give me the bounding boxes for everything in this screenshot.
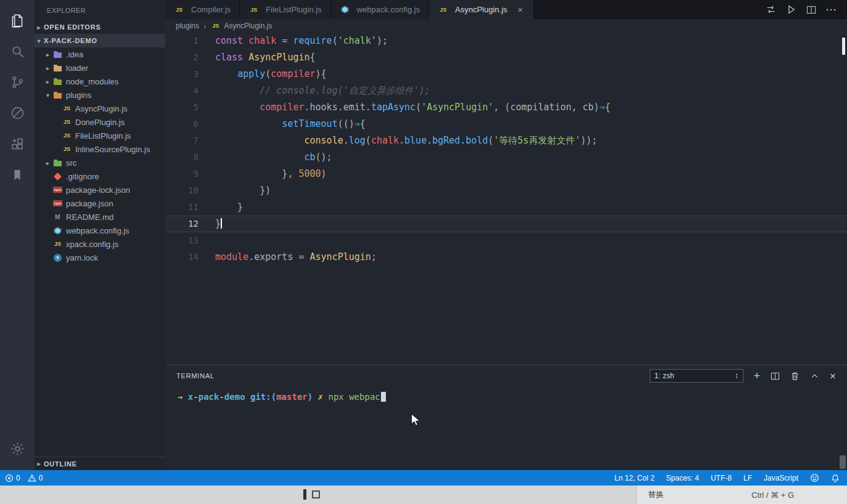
code-line-11[interactable]: 11 } <box>165 199 847 216</box>
tree-item-package-lock-json[interactable]: npmpackage-lock.json <box>35 183 165 197</box>
tree-item-asyncplugin-js[interactable]: JSAsyncPlugin.js <box>35 102 165 115</box>
editor-group: JSCompiler.jsJSFileListPlugin.jswebpack.… <box>165 0 847 470</box>
code-line-5[interactable]: 5 compiler.hooks.emit.tapAsync('AsyncPlu… <box>165 99 847 116</box>
activity-explorer-icon[interactable] <box>2 6 32 35</box>
open-editors-header[interactable]: ▸ OPEN EDITORS <box>35 20 165 34</box>
code-line-14[interactable]: 14module.exports = AsyncPlugin; <box>165 249 847 266</box>
status-indentation[interactable]: Spaces: 4 <box>666 474 699 482</box>
terminal-prompt-segment: x-pack-demo <box>188 392 250 402</box>
new-terminal-icon[interactable]: + <box>754 370 761 381</box>
folder-icon <box>52 63 63 73</box>
status-eol[interactable]: LF <box>743 474 752 482</box>
code-line-6[interactable]: 6 setTimeout(()⇒{ <box>165 116 847 132</box>
kill-terminal-icon[interactable] <box>790 372 800 381</box>
terminal-scrollbar-thumb[interactable] <box>840 455 846 469</box>
terminal-prompt-line: → x-pack-demo git:(master) ✗ npx webpac <box>178 391 847 404</box>
code-line-13[interactable]: 13 <box>165 232 847 249</box>
tree-item-label: README.md <box>66 213 113 222</box>
code-line-2[interactable]: 2class AsyncPlugin{ <box>165 49 847 66</box>
line-number: 14 <box>165 249 198 266</box>
outline-header[interactable]: ▸ OUTLINE <box>35 457 165 470</box>
code-line-12[interactable]: 12} <box>165 216 847 232</box>
code-line-7[interactable]: 7 console.log(chalk.blue.bgRed.bold('等待5… <box>165 132 847 149</box>
tab-filelistplugin-js[interactable]: JSFileListPlugin.js <box>240 0 330 19</box>
tree-item-loader[interactable]: ▸loader <box>35 61 165 75</box>
tree-item-src[interactable]: ▸src <box>35 156 165 169</box>
tree-item-readme-md[interactable]: MREADME.md <box>35 210 165 224</box>
split-terminal-icon[interactable] <box>771 372 780 381</box>
terminal-output[interactable]: → x-pack-demo git:(master) ✗ npx webpac <box>165 386 847 404</box>
code-lines: 1const chalk = require('chalk');2class A… <box>165 33 847 266</box>
tab-label: webpack.config.js <box>357 5 420 14</box>
activity-settings-icon[interactable] <box>2 434 32 463</box>
folder-nm-icon <box>52 76 63 86</box>
status-warnings[interactable]: 0 <box>28 474 43 482</box>
split-editor-icon[interactable] <box>806 5 816 15</box>
code-line-4[interactable]: 4 // console.log('自定义异步组件'); <box>165 83 847 99</box>
tree-item-webpack-config-js[interactable]: webpack.config.js <box>35 224 165 237</box>
compare-changes-icon[interactable] <box>766 4 776 15</box>
activity-bookmarks-icon[interactable] <box>2 160 32 189</box>
terminal-prompt-segment: npx webpac <box>328 392 380 402</box>
status-language-mode[interactable]: JavaScript <box>764 474 798 482</box>
tab-bar: JSCompiler.jsJSFileListPlugin.jswebpack.… <box>165 0 847 19</box>
tree-item-xpack-config-js[interactable]: JSxpack.config.js <box>35 237 165 251</box>
line-content: cb(); <box>198 149 332 166</box>
folder-src-icon <box>52 158 63 168</box>
tab-asyncplugin-js[interactable]: JSAsyncPlugin.js× <box>429 0 534 19</box>
folder-idea-icon <box>52 49 63 59</box>
status-notifications[interactable] <box>831 474 840 482</box>
line-content: }) <box>198 182 271 199</box>
tree-item-yarn-lock[interactable]: Yyarn.lock <box>35 251 165 264</box>
activity-extensions-icon[interactable] <box>2 129 32 158</box>
code-line-10[interactable]: 10 }) <box>165 182 847 199</box>
tree-item-gitignore[interactable]: .gitignore <box>35 169 165 183</box>
status-errors[interactable]: 0 <box>5 474 20 482</box>
close-tab-icon[interactable]: × <box>516 4 525 15</box>
breadcrumb-item-asyncplugin-js[interactable]: JSAsyncPlugin.js <box>210 21 272 31</box>
code-line-1[interactable]: 1const chalk = require('chalk'); <box>165 33 847 49</box>
terminal-panel: TERMINAL 1: zsh ▲▼ +× → x-pack-demo git:… <box>165 365 847 470</box>
tab-webpack-config-js[interactable]: webpack.config.js <box>331 0 430 19</box>
code-editor[interactable]: 1const chalk = require('chalk');2class A… <box>165 33 847 365</box>
terminal-prompt-segment: ✗ <box>318 392 329 402</box>
tree-item-idea[interactable]: ▸.idea <box>35 47 165 61</box>
replace-label[interactable]: 替换 <box>648 489 664 500</box>
project-root-header[interactable]: ▾ X-PACK-DEMO <box>35 34 165 47</box>
replace-bar: 替换 Ctrl / ⌘ + G <box>636 486 847 504</box>
error-icon <box>5 474 14 482</box>
activity-search-icon[interactable] <box>2 37 32 66</box>
terminal-shell-select[interactable]: 1: zsh ▲▼ <box>650 369 743 383</box>
status-encoding[interactable]: UTF-8 <box>711 474 732 482</box>
maximize-panel-icon[interactable] <box>810 372 819 381</box>
breadcrumb-item-plugins[interactable]: plugins <box>176 22 199 30</box>
scrollbar-indicator[interactable] <box>842 38 845 55</box>
line-number: 1 <box>165 33 198 49</box>
tab-label: AsyncPlugin.js <box>455 5 507 14</box>
run-icon[interactable] <box>786 4 796 15</box>
activity-debug-icon[interactable] <box>2 99 32 128</box>
line-content: compiler.hooks.emit.tapAsync('AsyncPlugi… <box>198 99 610 116</box>
line-content: }, 5000) <box>198 166 327 182</box>
status-feedback[interactable] <box>810 473 819 482</box>
tab-label: FileListPlugin.js <box>266 5 321 14</box>
git-icon <box>52 171 63 181</box>
tree-item-filelistplugin-js[interactable]: JSFileListPlugin.js <box>35 129 165 142</box>
tree-item-node-modules[interactable]: ▸node_modules <box>35 75 165 88</box>
close-panel-icon[interactable]: × <box>830 371 836 381</box>
code-line-9[interactable]: 9 }, 5000) <box>165 166 847 182</box>
tree-item-inlinesourceplugin-js[interactable]: JSInlineSourcePlugin.js <box>35 142 165 156</box>
tree-item-doneplugin-js[interactable]: JSDonePlugin.js <box>35 115 165 129</box>
line-content: console.log(chalk.blue.bgRed.bold('等待5s再… <box>198 132 597 149</box>
line-content: const chalk = require('chalk'); <box>198 33 388 49</box>
activity-source-control-icon[interactable] <box>2 68 32 97</box>
code-line-8[interactable]: 8 cb(); <box>165 149 847 166</box>
tree-item-package-json[interactable]: npmpackage.json <box>35 197 165 210</box>
sidebar-title: EXPLORER <box>35 0 165 20</box>
status-cursor-position[interactable]: Ln 12, Col 2 <box>615 474 655 482</box>
code-line-3[interactable]: 3 apply(compiler){ <box>165 66 847 83</box>
terminal-title[interactable]: TERMINAL <box>176 372 215 380</box>
tab-compiler-js[interactable]: JSCompiler.js <box>165 0 240 19</box>
tree-item-plugins[interactable]: ▾plugins <box>35 88 165 102</box>
more-actions-icon[interactable]: ··· <box>826 4 837 15</box>
